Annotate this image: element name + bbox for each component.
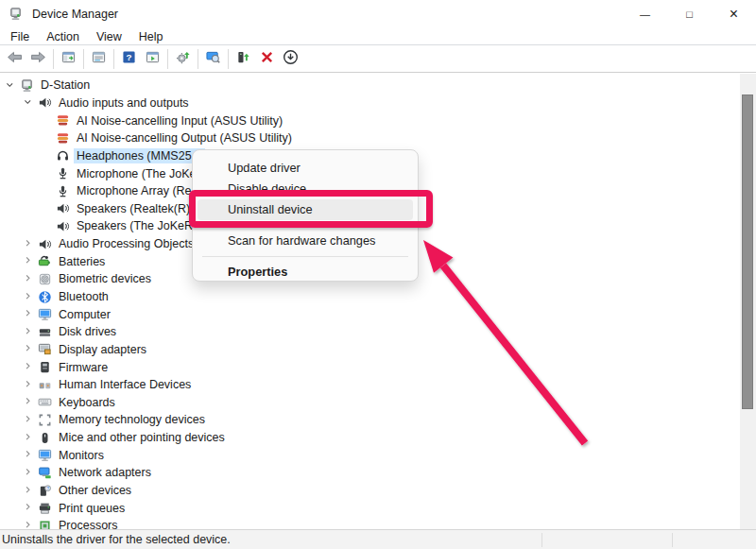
minimize-button[interactable]: —	[623, 0, 667, 28]
vertical-scrollbar[interactable]	[740, 74, 756, 529]
tree-item-label[interactable]: Memory technology devices	[56, 412, 208, 427]
menu-action[interactable]: Action	[38, 30, 88, 43]
monitor-icon	[37, 448, 53, 463]
tree-item-mice-and-other-pointing-devices[interactable]: Mice and other pointing devices	[0, 429, 740, 447]
tree-item-label[interactable]: Audio inputs and outputs	[56, 95, 192, 111]
chevron-right-icon[interactable]	[21, 307, 37, 322]
chevron-right-icon[interactable]	[21, 518, 37, 529]
tree-item-label[interactable]: Biometric devices	[56, 271, 154, 286]
chevron-right-icon[interactable]	[21, 430, 37, 445]
show-console-tree-button[interactable]	[57, 47, 80, 70]
tree-item-label[interactable]: AI Noise-cancelling Input (ASUS Utility)	[74, 113, 285, 129]
tree-item-label[interactable]: Speakers (Realtek(R) A	[74, 201, 203, 216]
tree-item-label[interactable]: Disk drives	[56, 324, 119, 339]
chevron-down-icon[interactable]	[3, 77, 19, 93]
menu-help[interactable]: Help	[130, 30, 172, 43]
chevron-spacer	[39, 148, 55, 163]
chevron-right-icon[interactable]	[21, 501, 37, 516]
properties-icon	[92, 50, 106, 68]
tree-item-label[interactable]: Display adapters	[56, 342, 149, 357]
tree-item-other-devices[interactable]: ?Other devices	[0, 482, 740, 500]
menu-item-properties[interactable]: Properties	[198, 262, 413, 283]
tree-item-label[interactable]: Audio Processing Objects	[56, 236, 197, 251]
chevron-right-icon[interactable]	[21, 289, 37, 304]
chevron-right-icon[interactable]	[21, 254, 37, 269]
tree-item-label[interactable]: Bluetooth	[56, 289, 112, 304]
scan-hardware-button[interactable]	[201, 47, 225, 70]
add-driver-button[interactable]	[232, 47, 255, 70]
tree-item-human-interface-devices[interactable]: Human Interface Devices	[0, 376, 740, 394]
printer-icon	[37, 501, 53, 516]
tree-item-firmware[interactable]: Firmware	[0, 358, 740, 376]
tree-item-network-adapters[interactable]: Network adapters	[0, 464, 740, 482]
tree-item-memory-technology-devices[interactable]: Memory technology devices	[0, 411, 740, 429]
tree-item-label[interactable]: Monitors	[56, 448, 107, 463]
chevron-right-icon[interactable]	[21, 377, 37, 392]
update-driver-button[interactable]	[171, 47, 195, 70]
tree-item-label[interactable]: D-Station	[38, 77, 93, 93]
tree-item-d-station[interactable]: D-Station	[0, 77, 740, 94]
menu-view[interactable]: View	[88, 30, 130, 43]
tree-item-disk-drives[interactable]: Disk drives	[0, 323, 740, 341]
tree-item-processors[interactable]: Processors	[0, 517, 740, 529]
microphone-icon	[55, 183, 71, 198]
menu-item-update-driver[interactable]: Update driver	[198, 158, 413, 179]
chevron-down-icon[interactable]	[21, 95, 37, 111]
tree-item-label[interactable]: Print queues	[56, 501, 128, 516]
tree-item-label[interactable]: Firmware	[56, 360, 111, 375]
close-button[interactable]: ×	[712, 0, 756, 28]
properties-button[interactable]	[87, 47, 111, 70]
help-button[interactable]: ?	[117, 47, 141, 70]
fingerprint-icon	[37, 271, 53, 286]
tree-item-label[interactable]: Microphone (The JoKe	[74, 166, 198, 181]
chevron-right-icon[interactable]	[21, 236, 37, 251]
processor-icon	[37, 518, 53, 529]
chevron-right-icon[interactable]	[21, 360, 37, 375]
scrollbar-thumb[interactable]	[742, 94, 753, 409]
disable-device-button[interactable]	[279, 47, 302, 70]
tree-item-label[interactable]: Processors	[56, 518, 121, 529]
tree-item-label[interactable]: Microphone Array (Re	[74, 183, 195, 198]
chevron-right-icon[interactable]	[21, 412, 37, 427]
menu-file[interactable]: File	[2, 30, 38, 43]
toolbar: ?	[0, 45, 756, 73]
tree-item-label[interactable]: Keyboards	[56, 395, 118, 410]
tree-item-label[interactable]: Speakers (The JoKeR H	[74, 218, 207, 233]
tree-item-display-adapters[interactable]: Display adapters	[0, 341, 740, 359]
tree-item-label[interactable]: Batteries	[56, 254, 108, 269]
menu-item-scan-for-hardware-changes[interactable]: Scan for hardware changes	[198, 231, 413, 251]
tree-item-label[interactable]: Computer	[56, 307, 113, 322]
tree-item-ai-noise-cancelling-input-asus-utility[interactable]: AI Noise-cancelling Input (ASUS Utility)	[0, 112, 740, 129]
maximize-button[interactable]: □	[667, 0, 712, 28]
forward-button[interactable]	[26, 47, 50, 70]
firmware-icon	[37, 360, 53, 375]
tree-item-label[interactable]: Other devices	[56, 483, 134, 498]
tree-item-label[interactable]: Network adapters	[56, 465, 154, 480]
chevron-right-icon[interactable]	[21, 465, 37, 480]
tree-item-print-queues[interactable]: Print queues	[0, 499, 740, 517]
audio-endpoint-icon	[55, 130, 71, 146]
back-button[interactable]	[3, 47, 26, 70]
action-pane-button[interactable]	[141, 47, 164, 70]
tree-item-audio-inputs-and-outputs[interactable]: Audio inputs and outputs	[0, 94, 740, 112]
chevron-right-icon[interactable]	[21, 342, 37, 357]
tree-item-monitors[interactable]: Monitors	[0, 446, 740, 464]
tree-item-bluetooth[interactable]: Bluetooth	[0, 288, 740, 306]
tree-item-label[interactable]: AI Noise-cancelling Output (ASUS Utility…	[74, 130, 295, 146]
disk-icon	[37, 324, 53, 339]
chevron-spacer	[39, 113, 55, 129]
chevron-right-icon[interactable]	[21, 271, 37, 286]
tree-item-ai-noise-cancelling-output-asus-utility[interactable]: AI Noise-cancelling Output (ASUS Utility…	[0, 129, 740, 147]
tree-item-computer[interactable]: Computer	[0, 305, 740, 323]
annotation-rectangle	[189, 190, 433, 228]
chevron-right-icon[interactable]	[21, 324, 37, 339]
chevron-right-icon[interactable]	[21, 483, 37, 498]
tree-item-label[interactable]: Headphones (MMS25	[74, 148, 205, 163]
tree-item-label[interactable]: Mice and other pointing devices	[56, 430, 228, 445]
tree-item-keyboards[interactable]: Keyboards	[0, 394, 740, 412]
update-driver-icon	[176, 50, 190, 68]
chevron-right-icon[interactable]	[21, 395, 37, 410]
chevron-right-icon[interactable]	[21, 448, 37, 463]
tree-item-label[interactable]: Human Interface Devices	[56, 377, 194, 392]
uninstall-device-button[interactable]	[255, 47, 279, 70]
